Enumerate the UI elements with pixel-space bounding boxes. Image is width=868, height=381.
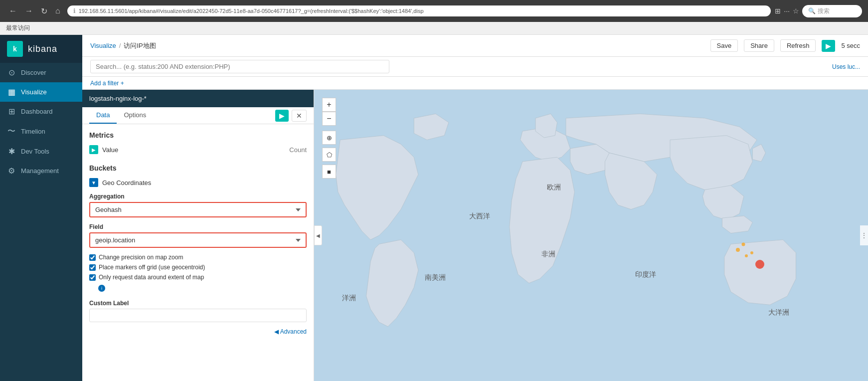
aggregation-label: Aggregation bbox=[89, 193, 307, 200]
sidebar-label-timelion: Timelion bbox=[21, 128, 45, 135]
world-map-svg bbox=[314, 90, 868, 381]
metric-value-type: Count bbox=[289, 146, 307, 154]
checkbox-extent-input[interactable] bbox=[89, 274, 96, 281]
browser-search[interactable]: 🔍 搜索 bbox=[802, 5, 862, 17]
home-button[interactable]: ⌂ bbox=[52, 5, 63, 17]
search-icon: 🔍 bbox=[808, 7, 816, 14]
kibana-icon: k bbox=[7, 41, 23, 57]
aggregation-field-group: Aggregation Geohash bbox=[89, 193, 307, 217]
run-button[interactable]: ▶ bbox=[275, 110, 289, 122]
breadcrumb: Visualize / 访问IP地图 bbox=[90, 41, 156, 50]
discover-icon: ⊙ bbox=[7, 68, 16, 77]
bucket-icon: ▼ bbox=[89, 178, 98, 187]
reload-button[interactable]: ↻ bbox=[38, 5, 50, 17]
star-icon[interactable]: ☆ bbox=[793, 7, 799, 15]
checkbox-group: Change precision on map zoom Place marke… bbox=[89, 254, 307, 292]
sidebar-item-timelion[interactable]: 〜 Timelion bbox=[0, 121, 82, 142]
kibana-logo-text: kibana bbox=[28, 44, 57, 54]
browser-nav-buttons: ← → ↻ ⌂ bbox=[6, 5, 63, 17]
sidebar-label-visualize: Visualize bbox=[21, 88, 47, 96]
left-panel: logstash-nginx-log-* Data Options ▶ ✕ bbox=[82, 90, 314, 381]
bookmark-item[interactable]: 最常访问 bbox=[6, 24, 30, 32]
panel-content: Metrics ▶ Value Count Buckets ▼ Geo Coor… bbox=[82, 124, 314, 381]
geo-coordinates-header: ▼ Geo Coordinates bbox=[89, 178, 307, 187]
play-button[interactable]: ▶ bbox=[822, 40, 835, 52]
sidebar-item-visualize[interactable]: ▦ Visualize bbox=[0, 82, 82, 102]
forward-button[interactable]: → bbox=[22, 5, 36, 17]
browser-chrome: ← → ↻ ⌂ ℹ 192.168.56.11:5601/app/kibana#… bbox=[0, 0, 868, 22]
share-button[interactable]: Share bbox=[744, 39, 774, 52]
zoom-out-button[interactable]: − bbox=[322, 112, 336, 126]
address-bar[interactable]: ℹ 192.168.56.11:5601/app/kibana#/visuali… bbox=[67, 5, 771, 16]
extensions-icon[interactable]: ⊞ bbox=[775, 7, 781, 15]
buckets-section: Buckets ▼ Geo Coordinates Aggregation Ge… bbox=[89, 164, 307, 335]
url-display: 192.168.56.11:5601/app/kibana#/visualize… bbox=[79, 8, 424, 14]
uses-lucene-link[interactable]: Uses luc... bbox=[832, 63, 860, 70]
map-dot-3 bbox=[750, 251, 753, 254]
map-area: ◀ bbox=[314, 90, 868, 381]
metrics-section: Metrics ▶ Value Count bbox=[89, 131, 307, 154]
sidebar-item-management[interactable]: ⚙ Management bbox=[0, 161, 82, 181]
custom-label-section: Custom Label bbox=[89, 300, 307, 322]
back-button[interactable]: ← bbox=[6, 5, 20, 17]
buckets-title: Buckets bbox=[89, 164, 307, 172]
search-bar: Uses luc... bbox=[82, 57, 868, 77]
zoom-in-button[interactable]: + bbox=[322, 98, 336, 112]
custom-label-input[interactable] bbox=[89, 309, 307, 322]
metrics-title: Metrics bbox=[89, 131, 307, 139]
zoom-buttons: + − bbox=[322, 98, 336, 126]
more-options-handle[interactable]: ⋮ bbox=[860, 225, 868, 245]
checkbox-markers[interactable]: Place markers off grid (use geocentroid) bbox=[89, 264, 307, 271]
field-select[interactable]: geoip.location bbox=[89, 232, 307, 248]
sidebar-label-dashboard: Dashboard bbox=[21, 108, 53, 115]
map-dot-1 bbox=[736, 248, 740, 252]
devtools-icon: ✱ bbox=[7, 147, 16, 156]
locate-button[interactable]: ⊕ bbox=[322, 131, 336, 145]
collapse-panel-button[interactable]: ◀ bbox=[314, 225, 322, 245]
advanced-link[interactable]: ◀ Advanced bbox=[89, 328, 307, 335]
tab-actions: ▶ ✕ bbox=[275, 110, 307, 122]
add-filter-button[interactable]: Add a filter + bbox=[90, 80, 124, 87]
filter-bar: Add a filter + bbox=[82, 77, 868, 90]
sidebar-item-discover[interactable]: ⊙ Discover bbox=[0, 63, 82, 82]
checkbox-precision[interactable]: Change precision on map zoom bbox=[89, 254, 307, 261]
save-button[interactable]: Save bbox=[710, 39, 738, 52]
breadcrumb-separator: / bbox=[119, 42, 121, 49]
close-button[interactable]: ✕ bbox=[292, 110, 307, 122]
map-dot-2 bbox=[745, 254, 748, 257]
tab-options[interactable]: Options bbox=[117, 107, 153, 124]
panel-header: logstash-nginx-log-* bbox=[82, 90, 314, 107]
field-label: Field bbox=[89, 223, 307, 230]
search-input[interactable] bbox=[90, 60, 389, 73]
dashboard-icon: ⊞ bbox=[7, 107, 16, 116]
main-content: Visualize / 访问IP地图 Save Share Refresh ▶ … bbox=[82, 35, 868, 381]
top-bar-actions: Save Share Refresh ▶ 5 secc bbox=[710, 39, 860, 52]
metric-arrow-icon: ▶ bbox=[89, 145, 98, 154]
polygon-draw-button[interactable]: ⬠ bbox=[322, 148, 336, 162]
timelion-icon: 〜 bbox=[7, 126, 16, 137]
refresh-button[interactable]: Refresh bbox=[780, 39, 816, 52]
checkbox-extent[interactable]: Only request data around extent of map bbox=[89, 274, 307, 281]
bookmark-bar: 最常访问 bbox=[0, 22, 868, 35]
aggregation-select[interactable]: Geohash bbox=[89, 202, 307, 217]
more-icon[interactable]: ··· bbox=[784, 7, 790, 15]
visualize-icon: ▦ bbox=[7, 87, 16, 97]
checkbox-markers-input[interactable] bbox=[89, 264, 96, 271]
info-icon[interactable]: i bbox=[98, 285, 105, 292]
sidebar-item-dashboard[interactable]: ⊞ Dashboard bbox=[0, 102, 82, 121]
checkbox-precision-label: Change precision on map zoom bbox=[99, 254, 183, 261]
sidebar-logo: k kibana bbox=[0, 35, 82, 63]
map-dot-4 bbox=[755, 260, 764, 269]
breadcrumb-visualize[interactable]: Visualize bbox=[90, 42, 116, 49]
square-draw-button[interactable]: ■ bbox=[322, 165, 336, 179]
map-container[interactable]: 欧洲 大西洋 非洲 南美洲 印度洋 洋洲 大洋洲 + − ⊕ ⬠ bbox=[314, 90, 868, 381]
sidebar-item-devtools[interactable]: ✱ Dev Tools bbox=[0, 142, 82, 161]
geo-coordinates-label: Geo Coordinates bbox=[102, 179, 151, 187]
metric-value-item: ▶ Value Count bbox=[89, 145, 307, 154]
checkbox-precision-input[interactable] bbox=[89, 254, 96, 261]
checkbox-markers-label: Place markers off grid (use geocentroid) bbox=[99, 264, 205, 271]
sidebar-label-management: Management bbox=[21, 167, 59, 175]
management-icon: ⚙ bbox=[7, 166, 16, 176]
tab-data[interactable]: Data bbox=[89, 107, 117, 124]
map-dot-5 bbox=[742, 242, 745, 246]
